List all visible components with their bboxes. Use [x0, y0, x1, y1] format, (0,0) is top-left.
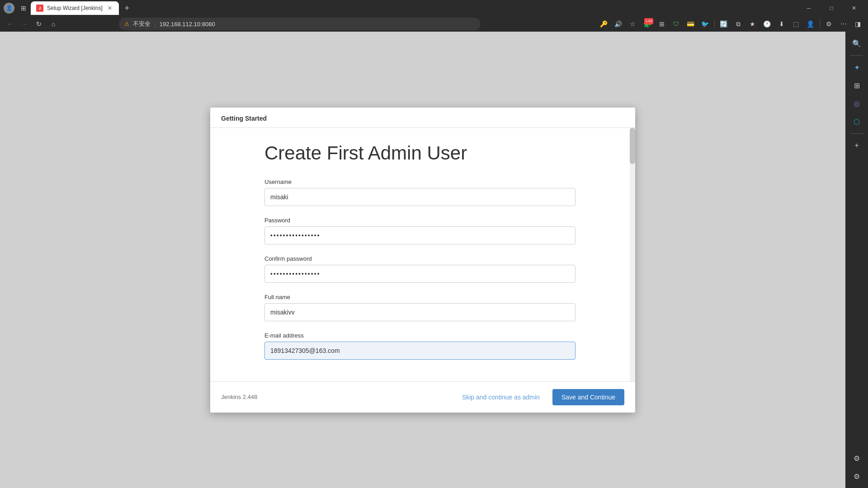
- browser-badge-btn[interactable]: 🧩 1:00: [641, 18, 654, 30]
- address-protocol: 不安全: [133, 20, 151, 28]
- window-controls: ─ □ ✕: [798, 1, 864, 15]
- security-warning-icon: ⚠: [124, 21, 129, 27]
- close-button[interactable]: ✕: [844, 1, 864, 15]
- sidebar-outlook-icon[interactable]: ◎: [849, 95, 865, 112]
- footer-actions: Skip and continue as admin Save and Cont…: [457, 389, 624, 405]
- scrollbar-thumb[interactable]: [630, 128, 635, 164]
- shield-icon[interactable]: 🛡: [670, 18, 683, 30]
- screenshot-icon[interactable]: ⬚: [790, 18, 802, 30]
- username-group: Username: [264, 178, 576, 206]
- key-icon[interactable]: 🔑: [598, 18, 610, 30]
- email-group: E-mail address: [264, 332, 576, 360]
- save-continue-button[interactable]: Save and Continue: [552, 389, 624, 405]
- star-filled-icon[interactable]: ★: [746, 18, 759, 30]
- username-label: Username: [264, 178, 576, 185]
- address-bar-row: ← → ↻ ⌂ ⚠ 不安全 | 192.168.112.10:8080 🔑 🔊 …: [0, 16, 868, 32]
- more-options-icon[interactable]: ⋯: [837, 18, 850, 30]
- browser-right-sidebar: 🔍 ✦ ⊞ ◎ ⬡ + ⚙ ⚙: [845, 32, 868, 488]
- browser-toolbar-right: 🔑 🔊 ☆ 🧩 1:00 ⊞ 🛡 💳 🐦 🔄 ⧉ ★ 🕐 ⬇ ⬚ 👤 ⚙ ⋯ ◨: [598, 18, 864, 30]
- sidebar-teams-icon[interactable]: ⬡: [849, 113, 865, 130]
- scrollbar-track[interactable]: [630, 128, 635, 381]
- history-icon[interactable]: 🕐: [761, 18, 774, 30]
- fullname-input[interactable]: [264, 303, 576, 321]
- sidebar-bottom-manage-icon[interactable]: ⚙: [849, 468, 865, 484]
- email-label: E-mail address: [264, 332, 576, 339]
- password-input[interactable]: [264, 226, 576, 244]
- favorites-icon[interactable]: ☆: [627, 18, 639, 30]
- confirm-password-input[interactable]: [264, 265, 576, 283]
- profile-toolbar-icon[interactable]: 👤: [804, 18, 817, 30]
- address-separator: |: [154, 21, 156, 28]
- minimize-button[interactable]: ─: [798, 1, 819, 15]
- main-content-area: Getting Started Create First Admin User …: [0, 32, 845, 488]
- page-heading: Create First Admin User: [264, 142, 576, 164]
- downloads-icon[interactable]: ⬇: [775, 18, 788, 30]
- twitter-icon[interactable]: 🐦: [699, 18, 712, 30]
- badge-count: 1:00: [644, 18, 653, 24]
- email-input[interactable]: [264, 342, 576, 360]
- toolbar-divider-1: [714, 19, 715, 28]
- sidebar-add-icon[interactable]: +: [849, 137, 865, 154]
- maximize-button[interactable]: □: [821, 1, 842, 15]
- sidebar-bottom-settings-icon[interactable]: ⚙: [849, 450, 865, 466]
- refresh-button[interactable]: ↻: [33, 18, 45, 30]
- read-aloud-icon[interactable]: 🔊: [612, 18, 625, 30]
- home-button[interactable]: ⌂: [47, 18, 60, 30]
- tab-grid-button[interactable]: ⊞: [18, 3, 29, 14]
- active-tab[interactable]: J Setup Wizard [Jenkins] ✕: [31, 1, 119, 15]
- profile-icon[interactable]: 👤: [4, 3, 14, 14]
- dialog-body: Create First Admin User Username Passwor…: [210, 128, 630, 381]
- username-input[interactable]: [264, 188, 576, 206]
- wallet-icon[interactable]: 💳: [684, 18, 697, 30]
- sidebar-toggle-icon[interactable]: ◨: [852, 18, 864, 30]
- dialog-header-title: Getting Started: [221, 115, 624, 127]
- tab-close-button[interactable]: ✕: [106, 5, 113, 12]
- address-text: 192.168.112.10:8080: [160, 21, 215, 28]
- setup-wizard-dialog: Getting Started Create First Admin User …: [210, 108, 635, 413]
- password-group: Password: [264, 217, 576, 244]
- browser-chrome: 👤 ⊞ J Setup Wizard [Jenkins] ✕ + ─ □ ✕ ←…: [0, 0, 868, 32]
- tab-favicon: J: [36, 5, 43, 12]
- password-label: Password: [264, 217, 576, 224]
- sidebar-search-icon[interactable]: 🔍: [849, 35, 865, 52]
- address-bar[interactable]: ⚠ 不安全 | 192.168.112.10:8080: [119, 18, 481, 30]
- forward-button[interactable]: →: [18, 18, 31, 30]
- toolbar-divider-2: [820, 19, 820, 28]
- tab-title: Setup Wizard [Jenkins]: [47, 5, 103, 11]
- version-label: Jenkins 2.448: [221, 394, 257, 400]
- dialog-footer: Jenkins 2.448 Skip and continue as admin…: [210, 381, 635, 413]
- sidebar-copilot-icon[interactable]: ✦: [849, 59, 865, 75]
- sidebar-apps-icon[interactable]: ⊞: [849, 77, 865, 94]
- new-tab-button[interactable]: +: [121, 2, 133, 14]
- collections-icon[interactable]: ⊞: [656, 18, 668, 30]
- dialog-header: Getting Started: [210, 108, 635, 128]
- confirm-password-label: Confirm password: [264, 255, 576, 262]
- fullname-group: Full name: [264, 294, 576, 321]
- back-button[interactable]: ←: [4, 18, 16, 30]
- tab-bar: 👤 ⊞ J Setup Wizard [Jenkins] ✕ + ─ □ ✕: [0, 0, 868, 16]
- confirm-password-group: Confirm password: [264, 255, 576, 283]
- skip-button[interactable]: Skip and continue as admin: [457, 390, 545, 404]
- more-settings-icon[interactable]: ⚙: [823, 18, 835, 30]
- sidebar-divider-2: [850, 133, 863, 134]
- tabs-icon[interactable]: ⧉: [732, 18, 745, 30]
- fullname-label: Full name: [264, 294, 576, 300]
- browser-refresh-icon[interactable]: 🔄: [717, 18, 730, 30]
- sidebar-divider-1: [850, 55, 863, 56]
